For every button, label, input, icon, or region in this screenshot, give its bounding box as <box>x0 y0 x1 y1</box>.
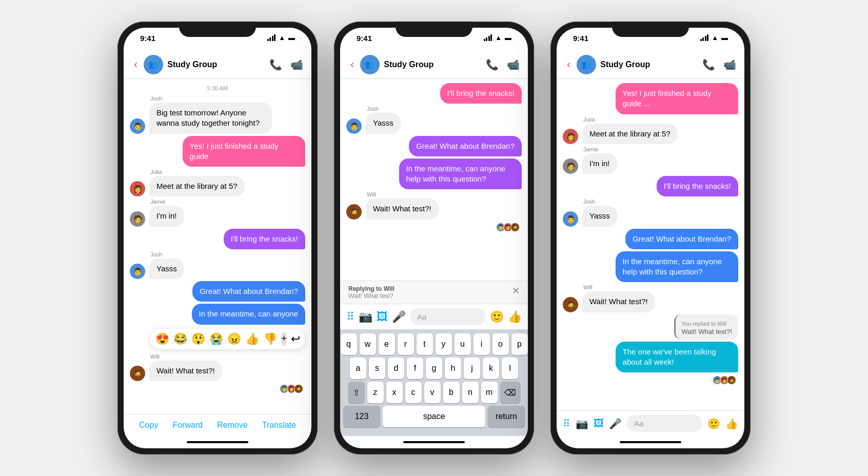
message-col: Josh Big test tomorrow! Anyone wanna stu… <box>149 95 272 134</box>
key-i[interactable]: i <box>474 333 490 355</box>
table-row: 👩 Julia Meet at the library at 5? <box>130 169 305 196</box>
video-call-icon[interactable]: 📹 <box>723 58 736 71</box>
message-input[interactable]: Aa <box>410 308 486 325</box>
key-c[interactable]: c <box>405 382 422 403</box>
emoji-icon[interactable]: 🙂 <box>490 310 504 324</box>
key-k[interactable]: k <box>483 358 499 379</box>
message-bubble: Yasss <box>149 259 184 279</box>
table-row: 👨 Josh Big test tomorrow! Anyone wanna s… <box>130 95 305 134</box>
reaction-reply-icon[interactable]: ↩ <box>291 332 300 346</box>
image-icon[interactable]: 🖼 <box>594 418 604 429</box>
key-y[interactable]: y <box>436 333 452 355</box>
group-avatar[interactable]: 👥 <box>144 55 163 74</box>
avatar: 👩 <box>563 129 578 144</box>
home-indicator <box>340 436 528 448</box>
video-call-icon[interactable]: 📹 <box>507 58 520 71</box>
thumbsup-icon[interactable]: 👍 <box>508 310 522 324</box>
mic-icon[interactable]: 🎤 <box>609 418 622 430</box>
messages-area: Yes! I just finished a study guide ... 👩… <box>557 79 744 410</box>
key-shift[interactable]: ⇧ <box>348 382 365 403</box>
camera-icon[interactable]: 📷 <box>359 310 372 324</box>
phone-2-screen: 9:41 ▲ ▬ ‹ 👥 Study Group 📞 📹 <box>340 28 528 448</box>
video-call-icon[interactable]: 📹 <box>290 58 303 71</box>
nav-header: ‹ 👥 Study Group 📞 📹 <box>340 50 528 79</box>
read-receipts: 👨 👩 🧔 <box>563 375 738 385</box>
message-input[interactable]: Aa <box>627 415 702 432</box>
key-m[interactable]: m <box>481 382 498 403</box>
key-p[interactable]: p <box>511 333 528 355</box>
table-row: I'll bring the snacks! <box>346 83 522 104</box>
apps-icon[interactable]: ⠿ <box>563 418 570 430</box>
key-j[interactable]: j <box>464 358 480 379</box>
phone-call-icon[interactable]: 📞 <box>486 58 499 71</box>
key-d[interactable]: d <box>388 358 404 379</box>
key-w[interactable]: w <box>360 333 376 355</box>
back-button[interactable]: ‹ <box>348 56 356 73</box>
translate-button[interactable]: Translate <box>262 421 296 430</box>
battery-icon: ▬ <box>288 34 295 42</box>
back-button[interactable]: ‹ <box>565 56 573 73</box>
table-row: 👨 Josh Yasss <box>563 199 738 226</box>
key-123[interactable]: 123 <box>343 406 380 427</box>
key-v[interactable]: v <box>424 382 441 403</box>
apps-icon[interactable]: ⠿ <box>346 310 354 324</box>
key-n[interactable]: n <box>462 382 479 403</box>
key-g[interactable]: g <box>426 358 442 379</box>
key-l[interactable]: l <box>502 358 518 379</box>
key-t[interactable]: t <box>417 333 433 355</box>
image-icon[interactable]: 🖼 <box>377 310 388 324</box>
key-q[interactable]: q <box>341 333 357 355</box>
context-actions: Copy Forward Remove Translate <box>124 414 311 436</box>
avatar: 🧔 <box>563 297 578 312</box>
phone-call-icon[interactable]: 📞 <box>269 58 282 71</box>
table-row: 🧔 Will Wait! What test?! <box>130 353 305 381</box>
mic-icon[interactable]: 🎤 <box>392 310 406 324</box>
read-receipts: 👨 👩 🧔 <box>130 384 305 393</box>
key-a[interactable]: a <box>350 358 366 379</box>
forward-button[interactable]: Forward <box>172 421 203 430</box>
key-r[interactable]: r <box>398 333 414 355</box>
receipt-avatar: 🧔 <box>510 223 520 232</box>
key-z[interactable]: z <box>367 382 384 403</box>
message-bubble: Yes! I just finished a study guide <box>183 136 305 167</box>
key-return[interactable]: return <box>488 406 525 427</box>
reaction-add-button[interactable]: + <box>281 332 287 346</box>
reaction-wow[interactable]: 😲 <box>191 332 205 346</box>
back-button[interactable]: ‹ <box>132 56 140 73</box>
avatar: 🧔 <box>130 366 145 381</box>
message-col: Josh Yasss <box>149 251 184 279</box>
nav-icons: 📞 📹 <box>269 58 303 71</box>
group-avatar[interactable]: 👥 <box>360 55 380 74</box>
thumbsup-icon[interactable]: 👍 <box>725 418 738 430</box>
reply-close-button[interactable]: ✕ <box>512 285 520 296</box>
copy-button[interactable]: Copy <box>139 421 158 430</box>
reaction-thumbsdown[interactable]: 👎 <box>263 332 277 346</box>
reaction-laugh[interactable]: 😂 <box>173 332 187 346</box>
emoji-icon[interactable]: 🙂 <box>707 418 720 430</box>
avatar: 🧑 <box>563 158 578 174</box>
message-col: I'll bring the snacks! <box>224 229 305 249</box>
remove-button[interactable]: Remove <box>217 421 248 430</box>
reaction-cry[interactable]: 😭 <box>209 332 223 346</box>
read-receipts: 👨 👩 🧔 <box>346 223 522 232</box>
key-u[interactable]: u <box>455 333 471 355</box>
avatar: 👨 <box>346 118 362 134</box>
phone-call-icon[interactable]: 📞 <box>702 58 715 71</box>
key-x[interactable]: x <box>386 382 403 403</box>
key-f[interactable]: f <box>407 358 423 379</box>
sender-name: Josh <box>582 199 617 205</box>
key-o[interactable]: o <box>492 333 509 355</box>
key-h[interactable]: h <box>445 358 461 379</box>
reaction-love[interactable]: 😍 <box>155 332 169 346</box>
camera-icon[interactable]: 📷 <box>576 418 588 430</box>
key-s[interactable]: s <box>369 358 385 379</box>
key-delete[interactable]: ⌫ <box>500 382 520 403</box>
replied-preview: You replied to Will Wait! What test?! <box>674 314 739 340</box>
group-avatar[interactable]: 👥 <box>577 55 596 74</box>
signal-icon <box>267 34 276 41</box>
reaction-thumbsup[interactable]: 👍 <box>245 332 259 346</box>
reaction-angry[interactable]: 😠 <box>227 332 241 346</box>
key-e[interactable]: e <box>379 333 395 355</box>
key-space[interactable]: space <box>383 406 485 427</box>
key-b[interactable]: b <box>443 382 460 403</box>
